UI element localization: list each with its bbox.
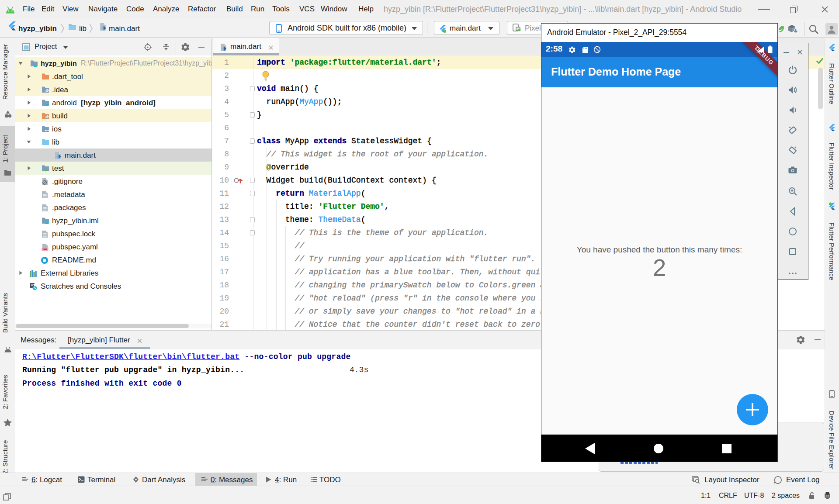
svg-text:YML: YML: [42, 248, 48, 251]
